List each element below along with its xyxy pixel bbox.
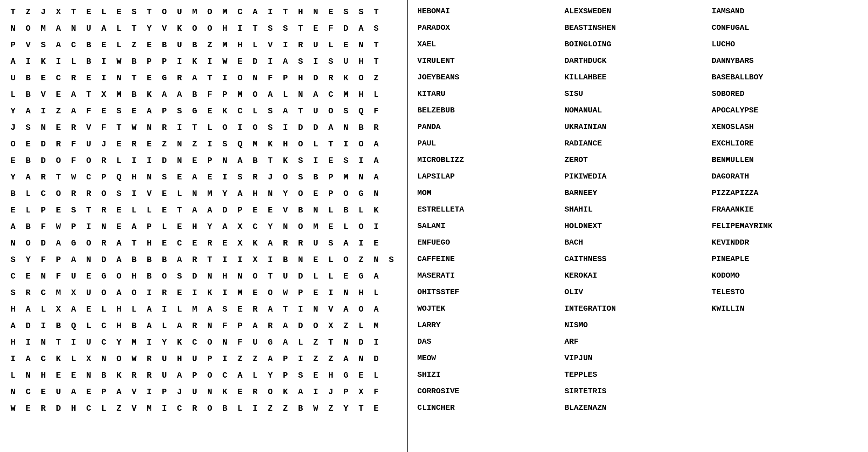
- grid-cell: K: [36, 53, 51, 70]
- grid-cell: R: [263, 318, 278, 334]
- grid-cell: O: [293, 218, 308, 235]
- grid-cell: N: [308, 301, 323, 318]
- grid-cell: U: [187, 351, 202, 367]
- grid-cell: D: [293, 268, 308, 285]
- name-item: UKRAINIAN: [564, 119, 712, 135]
- grid-cell: K: [172, 334, 187, 351]
- grid-cell: E: [232, 301, 248, 318]
- grid-cell: L: [369, 285, 384, 301]
- grid-cell: E: [96, 103, 111, 119]
- grid-cell: T: [127, 235, 142, 251]
- grid-cell: Y: [263, 367, 278, 384]
- grid-cell: H: [323, 367, 338, 384]
- grid-cell: L: [6, 86, 21, 103]
- grid-cell: Z: [308, 351, 323, 367]
- grid-cell: M: [187, 4, 202, 20]
- grid-cell: K: [248, 235, 263, 251]
- grid-cell: K: [202, 285, 217, 301]
- grid-cell: B: [248, 152, 263, 169]
- grid-cell: L: [142, 202, 157, 218]
- grid-cell: F: [36, 218, 51, 235]
- grid-cell: O: [354, 218, 369, 235]
- grid-cell: A: [66, 301, 81, 318]
- grid-row: YARTWCPQHNSEAEISRJOSBPMNA: [6, 169, 399, 185]
- grid-cell: C: [36, 285, 51, 301]
- grid-cell: F: [232, 334, 248, 351]
- name-item: EXCHLIORE: [712, 136, 859, 151]
- grid-cell: H: [278, 136, 293, 152]
- name-item: MOM: [417, 185, 564, 201]
- name-item: FELIPEMAYRINK: [712, 218, 859, 234]
- name-item: BEASTINSHEN: [564, 20, 712, 36]
- grid-cell: T: [51, 169, 66, 185]
- name-item: WOJTEK: [417, 301, 564, 317]
- grid-cell: E: [217, 235, 232, 251]
- name-item: APOCALYPSE: [712, 103, 859, 118]
- grid-cell: Y: [278, 185, 293, 202]
- name-item: XAEL: [417, 37, 564, 52]
- grid-cell: B: [51, 318, 66, 334]
- grid-cell: V: [21, 37, 36, 53]
- grid-cell: N: [354, 37, 369, 53]
- grid-cell: R: [187, 318, 202, 334]
- grid-cell: E: [36, 384, 51, 400]
- grid-cell: E: [81, 268, 96, 285]
- grid-cell: R: [96, 152, 111, 169]
- grid-cell: I: [338, 136, 354, 152]
- grid-cell: E: [51, 367, 66, 384]
- grid-cell: X: [354, 384, 369, 400]
- grid-cell: E: [263, 202, 278, 218]
- grid-cell: O: [293, 136, 308, 152]
- name-item: RADIANCE: [564, 136, 712, 151]
- grid-cell: A: [369, 152, 384, 169]
- grid-cell: S: [338, 152, 354, 169]
- grid-row: NOMANUALTYVKOOHITSSTEFDAS: [6, 20, 399, 37]
- grid-cell: K: [278, 152, 293, 169]
- name-item: INTEGRATION: [564, 301, 712, 317]
- grid-cell: I: [369, 218, 384, 235]
- grid-cell: B: [6, 185, 21, 202]
- grid-cell: S: [338, 103, 354, 119]
- grid-cell: F: [323, 20, 338, 37]
- grid-cell: D: [248, 53, 263, 70]
- grid-cell: I: [217, 285, 232, 301]
- names-panel: HEBOMAIPARADOXXAELVIRULENTJOEYBEANSKITAR…: [408, 0, 868, 452]
- grid-cell: A: [217, 218, 232, 235]
- grid-cell: O: [96, 285, 111, 301]
- grid-cell: G: [338, 367, 354, 384]
- grid-cell: N: [338, 334, 354, 351]
- grid-cell: E: [21, 400, 36, 417]
- name-item: PIZZAPIZZA: [712, 185, 859, 201]
- grid-cell: O: [263, 285, 278, 301]
- grid-cell: P: [142, 218, 157, 235]
- grid-cell: P: [338, 384, 354, 400]
- grid-cell: I: [21, 334, 36, 351]
- grid-cell: R: [96, 202, 111, 218]
- grid-cell: A: [263, 301, 278, 318]
- grid-cell: L: [111, 152, 127, 169]
- grid-cell: D: [187, 268, 202, 285]
- grid-cell: M: [111, 86, 127, 103]
- grid-cell: I: [36, 318, 51, 334]
- name-item: DAGORATH: [712, 169, 859, 184]
- grid-cell: V: [263, 37, 278, 53]
- grid-cell: E: [21, 268, 36, 285]
- grid-cell: O: [202, 20, 217, 37]
- grid-cell: U: [157, 351, 172, 367]
- grid-cell: S: [217, 136, 232, 152]
- name-item: TEPPLES: [564, 367, 712, 383]
- grid-cell: N: [187, 185, 202, 202]
- grid-cell: C: [81, 169, 96, 185]
- grid-cell: O: [202, 367, 217, 384]
- grid-cell: L: [21, 202, 36, 218]
- grid-cell: I: [157, 301, 172, 318]
- grid-cell: U: [187, 384, 202, 400]
- name-item: CAITHNESS: [564, 251, 712, 267]
- grid-cell: S: [369, 20, 384, 37]
- name-item: KEROKAI: [564, 268, 712, 284]
- grid-cell: O: [202, 4, 217, 20]
- grid-cell: R: [157, 285, 172, 301]
- grid-cell: O: [278, 169, 293, 185]
- grid-cell: W: [278, 285, 293, 301]
- grid-cell: A: [263, 235, 278, 251]
